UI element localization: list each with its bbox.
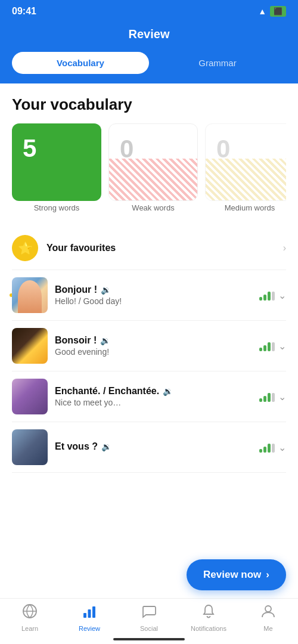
vocab-card-wrap-medium: 0 Medium words (205, 123, 286, 212)
status-time: 09:41 (12, 6, 36, 17)
bar2 (263, 345, 266, 351)
bottom-nav: Learn Review Social Notifications (0, 598, 298, 644)
review-label: Review (79, 625, 100, 632)
tab-switcher: Vocabulary Grammar (0, 52, 298, 83)
thumb-enchante (12, 379, 48, 414)
bar1 (259, 449, 262, 453)
review-icon (82, 603, 97, 623)
info-etvous: Et vous ? 🔉 (55, 441, 252, 453)
favourites-chevron: › (283, 243, 286, 253)
bar3 (268, 393, 271, 402)
expand-etvous[interactable]: ⌄ (278, 442, 286, 453)
word-item-bonjour: Bonjour ! 🔉 Hello! / Good day! ⌄ (12, 270, 286, 321)
nav-item-social[interactable]: Social (119, 603, 179, 632)
status-icons: ▲ ⬛ (258, 6, 286, 17)
page-header: Review (0, 21, 298, 52)
tab-grammar[interactable]: Grammar (149, 52, 286, 74)
svg-rect-2 (88, 609, 91, 618)
home-indicator (113, 638, 185, 640)
bar3 (268, 444, 271, 453)
bar1 (259, 398, 262, 402)
actions-enchante: ⌄ (259, 391, 286, 402)
strength-bonsoir (259, 340, 275, 351)
actions-bonjour: ⌄ (259, 290, 286, 301)
strength-bonjour (259, 290, 275, 301)
vocab-card-weak[interactable]: 0 (108, 123, 198, 201)
medium-label: Medium words (205, 203, 286, 212)
expand-bonjour[interactable]: ⌄ (278, 290, 286, 301)
notifications-label: Notifications (191, 625, 226, 632)
bar2 (263, 447, 266, 453)
bar2 (263, 295, 266, 301)
bar1 (259, 297, 262, 301)
title-enchante: Enchanté. / Enchantée. 🔉 (55, 386, 252, 397)
nav-item-learn[interactable]: Learn (0, 603, 60, 632)
weak-label: Weak words (108, 203, 198, 212)
nav-item-me[interactable]: Me (238, 603, 298, 632)
bar3 (268, 292, 271, 301)
sound-icon-etvous[interactable]: 🔉 (101, 442, 111, 451)
svg-point-4 (265, 606, 271, 612)
bar4 (272, 444, 275, 453)
wifi-icon: ▲ (258, 7, 266, 16)
word-item-bonsoir: Bonsoir ! 🔉 Good evening! ⌄ (12, 321, 286, 371)
thumb-bonjour (12, 277, 48, 313)
review-now-chevron: › (266, 569, 269, 581)
review-now-label: Review now (203, 569, 261, 581)
expand-enchante[interactable]: ⌄ (278, 391, 286, 402)
strong-label: Strong words (12, 203, 101, 212)
me-icon (260, 603, 276, 623)
weak-count: 0 (109, 124, 197, 163)
strength-enchante (259, 391, 275, 402)
favourites-row[interactable]: ⭐ Your favourites › (12, 227, 286, 270)
bar4 (272, 292, 275, 301)
info-enchante: Enchanté. / Enchantée. 🔉 Nice to meet yo… (55, 386, 252, 407)
info-bonsoir: Bonsoir ! 🔉 Good evening! (55, 335, 252, 357)
medium-fill (206, 159, 286, 200)
word-item-enchante: Enchanté. / Enchantée. 🔉 Nice to meet yo… (12, 371, 286, 422)
review-now-button[interactable]: Review now › (187, 559, 286, 590)
title-bonjour: Bonjour ! 🔉 (55, 284, 252, 295)
svg-rect-3 (92, 606, 95, 618)
learn-label: Learn (21, 625, 38, 632)
word-item-etvous: Et vous ? 🔉 ⌄ (12, 422, 286, 473)
sound-icon-bonjour[interactable]: 🔉 (101, 285, 111, 295)
tab-vocabulary[interactable]: Vocabulary (12, 52, 149, 74)
strength-etvous (259, 442, 275, 453)
bar3 (268, 342, 271, 351)
sound-icon-bonsoir[interactable]: 🔉 (100, 336, 110, 345)
bar2 (263, 396, 266, 402)
translation-enchante: Nice to meet yo… (55, 398, 252, 407)
battery-icon: ⬛ (270, 6, 286, 17)
title-bonsoir: Bonsoir ! 🔉 (55, 335, 252, 346)
word-list: Bonjour ! 🔉 Hello! / Good day! ⌄ (12, 270, 286, 473)
info-bonjour: Bonjour ! 🔉 Hello! / Good day! (55, 284, 252, 306)
bar4 (272, 342, 275, 351)
vocab-card-wrap-weak: 0 Weak words (108, 123, 198, 212)
status-bar: 09:41 ▲ ⬛ (0, 0, 298, 21)
bar4 (272, 393, 275, 402)
vocabulary-section-title: Your vocabulary (12, 95, 286, 114)
nav-item-review[interactable]: Review (60, 603, 119, 632)
social-label: Social (140, 625, 158, 632)
translation-bonjour: Hello! / Good day! (55, 296, 252, 306)
bar1 (259, 348, 262, 351)
favourites-label: Your favourites (46, 243, 283, 253)
medium-count: 0 (206, 124, 286, 163)
strong-count: 5 (12, 123, 101, 163)
nav-item-notifications[interactable]: Notifications (179, 603, 238, 632)
vocab-card-strong[interactable]: 5 (12, 123, 101, 201)
main-content: Your vocabulary 5 Strong words 0 Weak wo… (0, 83, 298, 473)
expand-bonsoir[interactable]: ⌄ (278, 340, 286, 352)
translation-bonsoir: Good evening! (55, 347, 252, 357)
vocab-card-medium[interactable]: 0 (205, 123, 286, 201)
social-icon (141, 603, 157, 623)
me-label: Me (263, 625, 272, 632)
sound-icon-enchante[interactable]: 🔉 (163, 386, 173, 396)
favourites-icon: ⭐ (12, 235, 38, 261)
actions-etvous: ⌄ (259, 442, 286, 453)
notifications-icon (201, 603, 216, 623)
thumb-etvous (12, 429, 48, 465)
page-title: Review (129, 27, 170, 41)
svg-rect-1 (83, 613, 86, 618)
